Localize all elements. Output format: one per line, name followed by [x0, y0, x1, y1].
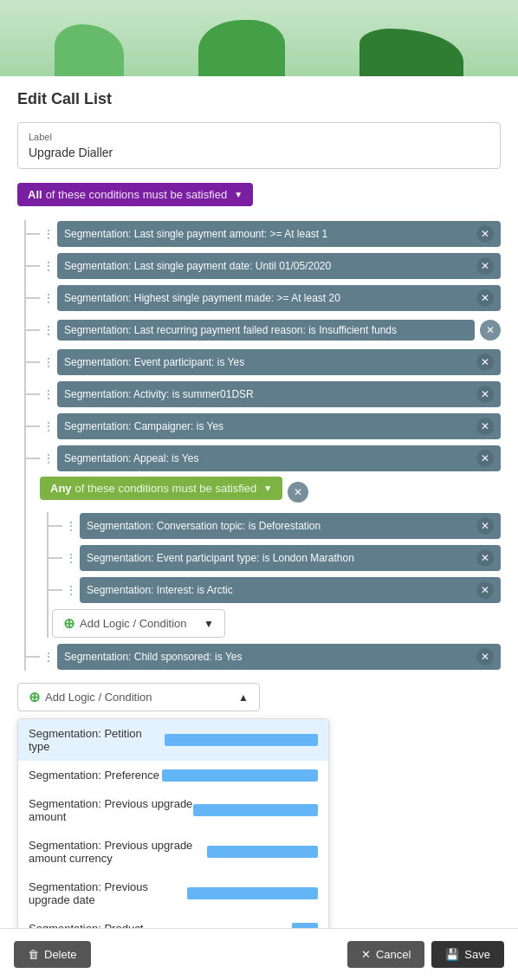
condition-row-5: ⋮ Segmentation: Activity: is summer01DSR…	[26, 380, 501, 408]
tree-horiz	[26, 425, 40, 427]
bar-chart-item	[207, 846, 318, 858]
tree-horiz	[26, 265, 40, 267]
condition-remove-btn[interactable]: ✕	[476, 581, 494, 599]
drag-handle[interactable]: ⋮	[40, 445, 57, 472]
tree-horiz	[26, 393, 40, 395]
all-chevron-icon: ▼	[234, 190, 243, 199]
condition-text: Segmentation: Child sponsored: is Yes	[64, 651, 471, 663]
add-logic-main-button[interactable]: ⊕ Add Logic / Condition ▲	[17, 683, 260, 711]
dropdown-item-prev-upgrade-date[interactable]: Segmentation: Previous upgrade date	[18, 873, 328, 914]
chevron-down-icon: ▼	[204, 618, 214, 630]
dropdown-item-label: Segmentation: Preference	[29, 769, 159, 782]
condition-tag: Segmentation: Child sponsored: is Yes ✕	[57, 644, 501, 670]
dropdown-item-label: Segmentation: Previous upgrade amount cu…	[29, 839, 207, 865]
page-title: Edit Call List	[17, 90, 501, 108]
any-block-container: Any of these conditions must be satisfie…	[26, 477, 501, 638]
condition-row-0: ⋮ Segmentation: Last single payment amou…	[26, 220, 501, 248]
save-icon: 💾	[445, 948, 459, 961]
dropdown-item-label: Segmentation: Previous upgrade amount	[29, 797, 193, 823]
nested-condition-row-2: ⋮ Segmentation: Interest: is Arctic ✕	[49, 576, 501, 604]
bar-chart-item	[187, 887, 318, 899]
tree-horiz	[49, 525, 62, 527]
condition-text: Segmentation: Conversation topic: is Def…	[87, 520, 471, 532]
condition-remove-btn[interactable]: ✕	[476, 354, 494, 371]
condition-tag: Segmentation: Last single payment date: …	[57, 253, 501, 279]
tree-horiz	[49, 557, 62, 559]
dino-shape-3	[359, 29, 463, 76]
x-icon: ✕	[361, 948, 371, 961]
condition-tag: Segmentation: Campaigner: is Yes ✕	[57, 413, 501, 439]
condition-remove-btn[interactable]: ✕	[476, 648, 494, 665]
save-button[interactable]: 💾 Save	[431, 941, 504, 968]
add-logic-nested-button[interactable]: ⊕ Add Logic / Condition ▼	[52, 609, 225, 638]
tree-horiz	[26, 297, 40, 299]
cancel-label: Cancel	[376, 948, 411, 961]
condition-tag: Segmentation: Highest single payment mad…	[57, 285, 501, 311]
drag-handle[interactable]: ⋮	[40, 348, 57, 376]
bar-chart-item	[165, 734, 318, 746]
condition-remove-btn[interactable]: ✕	[476, 517, 494, 535]
condition-text: Segmentation: Event participant type: is…	[87, 552, 471, 564]
condition-remove-btn[interactable]: ✕	[480, 320, 501, 341]
condition-remove-btn[interactable]: ✕	[476, 549, 494, 567]
all-conditions-block: All of these conditions must be satisfie…	[17, 183, 501, 944]
nested-conditions-tree: ⋮ Segmentation: Conversation topic: is D…	[47, 512, 501, 638]
drag-handle[interactable]: ⋮	[62, 544, 80, 572]
drag-handle[interactable]: ⋮	[40, 412, 57, 440]
any-selector-text: of these conditions must be satisfied	[75, 482, 257, 495]
drag-handle[interactable]: ⋮	[40, 380, 57, 408]
dropdown-item-prev-upgrade-currency[interactable]: Segmentation: Previous upgrade amount cu…	[18, 831, 328, 873]
plus-icon: ⊕	[29, 689, 40, 705]
nested-condition-row-1: ⋮ Segmentation: Event participant type: …	[49, 544, 501, 572]
drag-handle[interactable]: ⋮	[40, 252, 57, 280]
dropdown-item-label: Segmentation: Previous upgrade date	[29, 880, 187, 906]
condition-remove-btn[interactable]: ✕	[476, 289, 494, 307]
btn-group-right: ✕ Cancel 💾 Save	[347, 941, 504, 968]
add-logic-main-label: Add Logic / Condition	[45, 691, 152, 704]
any-selector-button[interactable]: Any of these conditions must be satisfie…	[40, 477, 282, 500]
all-conditions-tree: ⋮ Segmentation: Last single payment amou…	[24, 220, 501, 671]
condition-row-1: ⋮ Segmentation: Last single payment date…	[26, 252, 501, 280]
condition-row-2: ⋮ Segmentation: Highest single payment m…	[26, 284, 501, 312]
drag-handle[interactable]: ⋮	[40, 284, 57, 312]
post-nested-row-0: ⋮ Segmentation: Child sponsored: is Yes …	[26, 643, 501, 671]
condition-remove-btn[interactable]: ✕	[476, 225, 494, 243]
bottom-toolbar: 🗑 Delete ✕ Cancel 💾 Save	[0, 928, 518, 980]
condition-text: Segmentation: Activity: is summer01DSR	[64, 388, 471, 400]
condition-remove-btn[interactable]: ✕	[476, 257, 494, 275]
tree-horiz	[49, 589, 62, 591]
drag-handle[interactable]: ⋮	[40, 643, 57, 671]
cancel-button[interactable]: ✕ Cancel	[347, 941, 424, 968]
condition-remove-btn[interactable]: ✕	[476, 418, 494, 435]
all-keyword: All	[28, 188, 42, 201]
dropdown-item-petition[interactable]: Segmentation: Petition type	[18, 719, 328, 761]
condition-remove-btn[interactable]: ✕	[476, 450, 494, 467]
label-field: Label Upgrade Dialler	[17, 122, 501, 169]
delete-button[interactable]: 🗑 Delete	[14, 941, 91, 968]
drag-handle[interactable]: ⋮	[62, 576, 80, 604]
tree-horiz	[26, 458, 40, 459]
save-label: Save	[464, 948, 490, 961]
condition-tag: Segmentation: Last recurring payment fai…	[57, 320, 475, 341]
condition-tag: Segmentation: Event participant type: is…	[80, 545, 501, 571]
trash-icon: 🗑	[28, 948, 39, 961]
condition-remove-btn[interactable]: ✕	[476, 386, 494, 403]
label-field-name: Label	[29, 132, 489, 142]
tree-horiz	[26, 233, 40, 235]
condition-text: Segmentation: Appeal: is Yes	[64, 452, 471, 464]
page-content: Edit Call List Label Upgrade Dialler All…	[0, 76, 518, 964]
all-selector-button[interactable]: All of these conditions must be satisfie…	[17, 183, 253, 206]
any-block-remove-btn[interactable]: ✕	[288, 482, 308, 503]
add-logic-nested-container: ⊕ Add Logic / Condition ▼	[49, 609, 501, 638]
dropdown-item-preference[interactable]: Segmentation: Preference	[18, 761, 328, 789]
drag-handle[interactable]: ⋮	[40, 220, 57, 248]
bar-chart-item	[193, 804, 318, 816]
dropdown-item-prev-upgrade[interactable]: Segmentation: Previous upgrade amount	[18, 789, 328, 831]
condition-row-3: ⋮ Segmentation: Last recurring payment f…	[26, 316, 501, 344]
condition-text: Segmentation: Last single payment date: …	[64, 260, 471, 272]
drag-handle[interactable]: ⋮	[62, 512, 80, 540]
condition-row-7: ⋮ Segmentation: Appeal: is Yes ✕	[26, 445, 501, 472]
condition-text: Segmentation: Highest single payment mad…	[64, 292, 471, 304]
drag-handle[interactable]: ⋮	[40, 316, 57, 344]
condition-tag: Segmentation: Activity: is summer01DSR ✕	[57, 381, 501, 407]
